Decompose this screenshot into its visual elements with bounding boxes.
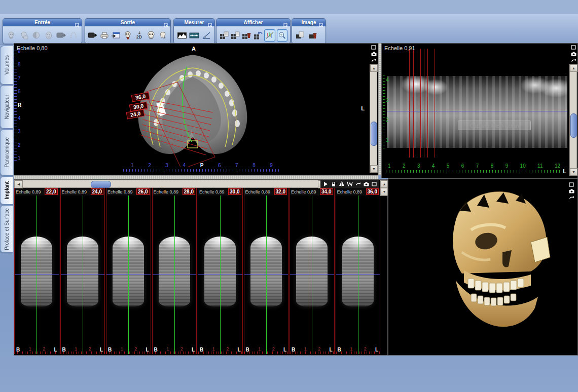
- maximize-icon[interactable]: [371, 45, 377, 50]
- slice-ruler-ticks: [336, 351, 380, 354]
- maximize-icon[interactable]: [570, 45, 576, 50]
- dialog-launcher-icon[interactable]: [283, 20, 288, 25]
- slice-panel[interactable]: Echelle 0,8924,0 B12L: [60, 188, 105, 354]
- sidebar-tab-proface-et-surface[interactable]: Proface et Surface: [0, 205, 13, 253]
- magnifier-icon[interactable]: [277, 29, 287, 42]
- scrollbar-thumb[interactable]: [91, 181, 111, 188]
- angle-measure-icon[interactable]: [201, 30, 212, 41]
- dental-arch-icon[interactable]: [68, 30, 79, 41]
- dialog-launcher-icon[interactable]: [75, 20, 80, 25]
- slice-panel[interactable]: Echelle 0,8934,0 B12L: [290, 188, 335, 354]
- slice-ruler: B12L: [198, 345, 242, 354]
- axial-vertical-scrollbar[interactable]: ▲ ▼: [370, 64, 377, 173]
- ruler-number: 2: [43, 346, 45, 351]
- sidebar-tab-panoramique[interactable]: Panoramique: [0, 129, 13, 176]
- export-window-icon[interactable]: [111, 30, 121, 41]
- layout-save-icon[interactable]: [219, 30, 229, 41]
- slice-ruler-ticks: [61, 351, 105, 354]
- layout-undo-icon[interactable]: [253, 30, 263, 41]
- tooth-export-icon[interactable]: [158, 30, 168, 41]
- density-profile-icon[interactable]: [189, 30, 199, 41]
- play-icon[interactable]: [322, 181, 329, 187]
- slice-panel[interactable]: Echelle 0,8928,0 B12L: [152, 188, 197, 354]
- crosshair-vertical-line: [266, 188, 267, 354]
- ruler-number: 3: [386, 97, 389, 103]
- camera-icon[interactable]: [371, 51, 377, 57]
- image-delete-icon[interactable]: [307, 30, 318, 41]
- dialog-launcher-icon[interactable]: [208, 20, 212, 25]
- group-title: Mesurer: [185, 20, 204, 25]
- slice-panel[interactable]: Echelle 0,8922,0 B12L: [14, 188, 59, 354]
- slice-horizontal-scrollbar[interactable]: ◀ ▶: [14, 180, 327, 188]
- scroll-up-icon[interactable]: ▲: [370, 64, 378, 72]
- scroll-up-icon[interactable]: ▲: [570, 64, 577, 72]
- view-controls: [371, 45, 377, 63]
- ruler-number: 9: [505, 163, 509, 169]
- export-2d-icon[interactable]: 2D: [134, 30, 144, 41]
- ruler-number: 7: [18, 75, 21, 81]
- ruler-number: 1: [29, 346, 31, 351]
- undo-icon[interactable]: [355, 181, 361, 187]
- slice-ruler-ticks: [290, 351, 334, 354]
- reference-lines-icon[interactable]: [264, 29, 275, 42]
- camera-icon[interactable]: [568, 188, 574, 194]
- half-head-icon[interactable]: [30, 30, 42, 41]
- maximize-icon[interactable]: [371, 181, 377, 187]
- slice-mini-scroll[interactable]: ▲ ▼: [380, 180, 387, 196]
- slice-panel[interactable]: Echelle 0,8926,0 B12L: [106, 188, 151, 354]
- dialog-launcher-icon[interactable]: [164, 20, 168, 25]
- slice-strip[interactable]: ◀ ▶ ▲ ▼ Echelle 0,8922,0 B12L Echelle 0,…: [14, 179, 388, 356]
- printer-icon[interactable]: [99, 30, 110, 41]
- slice-ruler: B12L: [244, 345, 288, 354]
- slice-panel[interactable]: Echelle 0,8932,0 B12L: [244, 188, 289, 354]
- layout-document-icon[interactable]: [230, 30, 240, 41]
- skull-view-icon[interactable]: [146, 30, 156, 41]
- sidebar-tab-implant[interactable]: Implant: [0, 176, 13, 205]
- crown-icon[interactable]: [347, 181, 353, 187]
- lock-icon[interactable]: [331, 181, 337, 187]
- slice-panel[interactable]: Echelle 0,8930,0 B12L: [198, 188, 243, 354]
- layout-delete-icon[interactable]: [242, 30, 251, 41]
- skull-export-icon[interactable]: [123, 30, 133, 41]
- scroll-left-icon[interactable]: ◀: [15, 180, 23, 188]
- slice-ruler-ticks: [106, 351, 151, 354]
- histogram-icon[interactable]: [176, 30, 187, 41]
- slice-panel[interactable]: Echelle 0,8936,0 B12L: [336, 188, 381, 354]
- face-icon[interactable]: [43, 30, 54, 41]
- reference-horizontal-line: [290, 275, 334, 275]
- group-title: Sortie: [121, 20, 135, 25]
- mirror-icon[interactable]: [339, 181, 345, 187]
- tab-label: Implant: [4, 181, 10, 200]
- volume-3d-view[interactable]: [388, 178, 578, 356]
- dialog-launcher-icon[interactable]: [319, 20, 323, 25]
- rotate-icon[interactable]: [570, 58, 576, 63]
- ruler-number: 2: [180, 346, 183, 351]
- fullscreen-capture-button[interactable]: Capture Plein écran: [458, 121, 531, 130]
- panoramic-view[interactable]: Echelle 0,91 Capture Plein écran 4 3 2 1…: [381, 43, 578, 178]
- sidebar-tab-navigateur[interactable]: Navigateur: [0, 85, 13, 129]
- image-copy-icon[interactable]: [295, 30, 306, 41]
- scrollbar-thumb[interactable]: [371, 122, 377, 146]
- export-cartridge-icon[interactable]: [88, 30, 98, 41]
- rotate-icon[interactable]: [568, 195, 574, 201]
- scroll-up-icon[interactable]: ▲: [381, 180, 388, 188]
- ruler-number: 1: [258, 346, 261, 351]
- import-cartridge-icon[interactable]: [56, 30, 67, 41]
- horizontal-splitter[interactable]: [14, 175, 378, 179]
- skull-folder-icon[interactable]: [18, 30, 29, 41]
- scroll-down-icon[interactable]: ▼: [370, 165, 378, 173]
- panoramic-vertical-scrollbar[interactable]: ▲ ▼: [569, 64, 577, 176]
- scroll-down-icon[interactable]: ▼: [381, 188, 388, 195]
- maximize-icon[interactable]: [568, 182, 574, 187]
- sidebar-tab-volumes[interactable]: Volumes: [0, 46, 13, 85]
- axial-view[interactable]: Echelle 0,80 A L 9 8 7 6 R 4 3 2 1 1 2 3…: [14, 43, 378, 175]
- scroll-down-icon[interactable]: ▼: [570, 168, 577, 176]
- skull-import-icon[interactable]: [6, 30, 17, 41]
- rotate-icon[interactable]: [371, 58, 377, 63]
- slice-ruler: B12L: [336, 345, 380, 354]
- reference-horizontal-line: [153, 275, 197, 275]
- scrollbar-thumb[interactable]: [570, 113, 577, 138]
- slice-indicator-line: [424, 49, 424, 158]
- camera-icon[interactable]: [570, 51, 576, 57]
- camera-icon[interactable]: [363, 181, 369, 187]
